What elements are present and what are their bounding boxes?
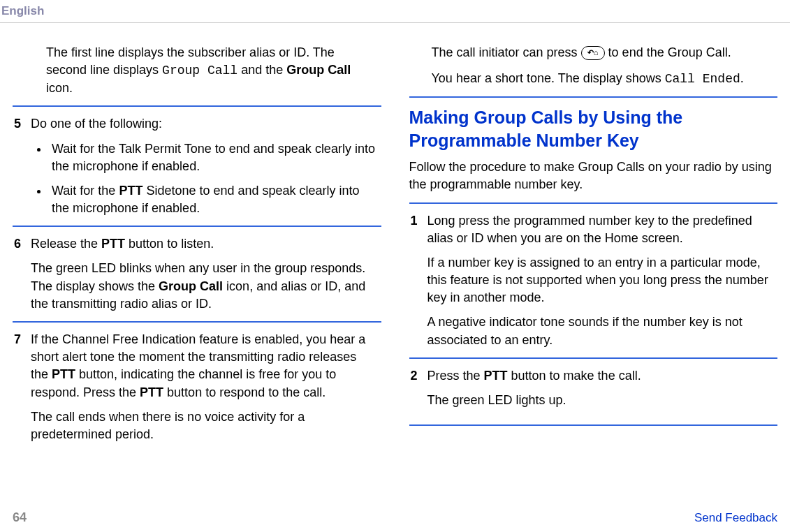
section-heading: Making Group Calls by Using the Programm… — [409, 106, 778, 152]
step-5-row: 5 Do one of the following: — [13, 115, 381, 133]
step-1-followup-1: If a number key is assigned to an entry … — [427, 254, 774, 307]
step-5-bullet-2: Wait for the PTT Sidetone to end and spe… — [49, 182, 377, 217]
step-5-text: Do one of the following: — [31, 115, 377, 133]
left-column: The first line displays the subscriber a… — [13, 44, 381, 452]
step-6-row: 6 Release the PTT button to listen. — [13, 235, 381, 253]
step-7-number: 7 — [13, 331, 31, 348]
step-6-text: Release the PTT button to listen. — [31, 235, 377, 253]
step-7-followup: The call ends when there is no voice act… — [31, 408, 377, 443]
page-number: 64 — [13, 509, 27, 526]
page-header: English — [0, 0, 790, 23]
step-1-row: 1 Long press the programmed number key t… — [409, 212, 778, 247]
send-feedback-link[interactable]: Send Feedback — [694, 510, 777, 526]
section-divider: Making Group Calls by Using the Programm… — [409, 96, 778, 426]
step-7: 7 If the Channel Free Indication feature… — [13, 321, 381, 443]
step-6: 6 Release the PTT button to listen. The … — [13, 226, 381, 313]
step-2-row: 2 Press the PTT button to make the call. — [409, 367, 778, 385]
step-5: 5 Do one of the following: Wait for the … — [13, 105, 381, 217]
step-2-text: Press the PTT button to make the call. — [427, 367, 774, 385]
home-back-key-icon: ↶⌂ — [581, 46, 605, 60]
step-6-number: 6 — [13, 235, 31, 253]
intro-paragraph: The first line displays the subscriber a… — [46, 44, 377, 98]
section-intro: Follow the procedure to make Group Calls… — [409, 158, 774, 193]
step-5-bullet-1: Wait for the Talk Permit Tone to end and… — [49, 140, 377, 175]
step-7-row: 7 If the Channel Free Indication feature… — [13, 331, 381, 401]
page-content: The first line displays the subscriber a… — [0, 23, 790, 452]
step-1: 1 Long press the programmed number key t… — [409, 202, 778, 349]
step-5-bullets: Wait for the Talk Permit Tone to end and… — [49, 140, 377, 218]
step-1-followup-2: A negative indicator tone sounds if the … — [427, 313, 774, 348]
step-1-number: 1 — [409, 212, 427, 230]
step-2-number: 2 — [409, 367, 427, 385]
step-6-followup: The green LED blinks when any user in th… — [31, 260, 377, 313]
page-header-language: English — [1, 4, 44, 17]
initiator-paragraph: The call initiator can press ↶⌂ to end t… — [432, 44, 774, 61]
step-1-text: Long press the programmed number key to … — [427, 212, 774, 247]
page-footer: 64 Send Feedback — [0, 509, 790, 526]
step-2-followup: The green LED lights up. — [427, 392, 774, 409]
right-column: The call initiator can press ↶⌂ to end t… — [409, 44, 778, 452]
step-2: 2 Press the PTT button to make the call.… — [409, 357, 778, 426]
step-7-text: If the Channel Free Indication feature i… — [31, 331, 377, 401]
step-5-number: 5 — [13, 115, 31, 133]
tone-paragraph: You hear a short tone. The display shows… — [432, 70, 774, 88]
